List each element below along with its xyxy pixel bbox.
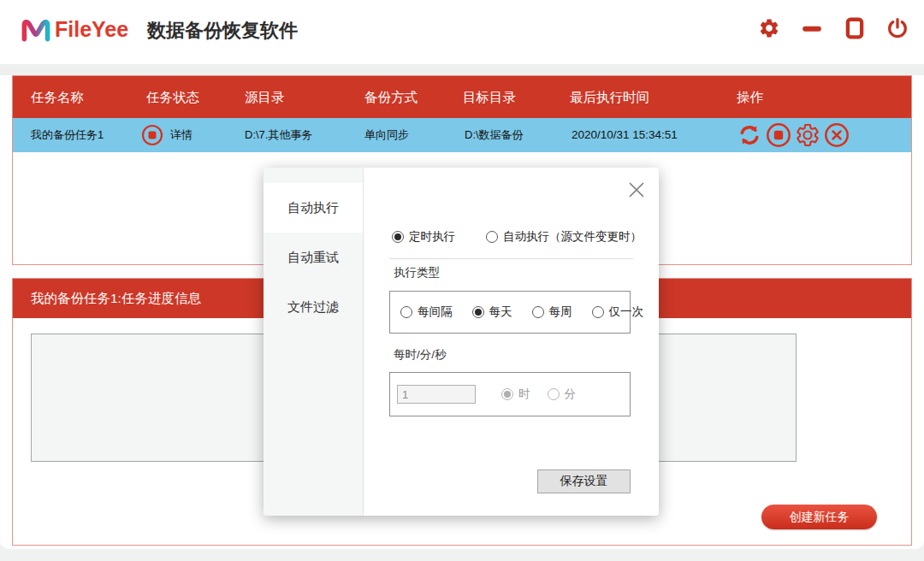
stop-task-icon[interactable] xyxy=(766,122,791,148)
cell-status-detail[interactable]: 详情 xyxy=(170,118,192,152)
col-source-dir: 源目录 xyxy=(245,76,285,118)
schedule-radio-group: 定时执行 自动执行（源文件变更时） xyxy=(392,229,642,245)
radio-interval[interactable]: 每间隔 xyxy=(400,304,453,320)
radio-interval-icon xyxy=(400,306,412,318)
cell-target-dir: D:\数据备份 xyxy=(465,118,524,152)
status-stop-icon[interactable] xyxy=(141,124,163,146)
brand-name: FileYee xyxy=(55,17,128,42)
dialog-content: 定时执行 自动执行（源文件变更时） 执行类型 每间隔 每天 xyxy=(364,168,659,516)
col-task-name: 任务名称 xyxy=(31,76,84,118)
col-target-dir: 目标目录 xyxy=(463,76,516,118)
radio-timed-run-icon xyxy=(392,231,404,243)
minimize-icon[interactable] xyxy=(801,17,823,39)
tab-file-filter[interactable]: 文件过滤 xyxy=(264,282,363,332)
radio-hour-icon xyxy=(501,388,513,400)
row-actions xyxy=(737,122,850,148)
create-task-button[interactable]: 创建新任务 xyxy=(761,505,877,529)
maximize-icon[interactable] xyxy=(844,17,866,39)
radio-auto-on-change-label: 自动执行（源文件变更时） xyxy=(503,229,642,245)
fileyee-logo-icon xyxy=(19,14,53,48)
radio-hour[interactable]: 时 xyxy=(501,387,530,402)
radio-timed-run[interactable]: 定时执行 xyxy=(392,229,455,245)
settings-icon[interactable] xyxy=(758,17,780,39)
table-row[interactable]: 我的备份任务1 详情 D:\7.其他事务 单向同步 D:\数据备份 2020/1… xyxy=(13,118,911,152)
col-actions: 操作 xyxy=(737,76,763,118)
radio-interval-label: 每间隔 xyxy=(418,304,453,320)
cell-source-dir: D:\7.其他事务 xyxy=(245,118,312,152)
cell-backup-mode: 单向同步 xyxy=(364,118,409,152)
time-label: 每时/分/秒 xyxy=(394,347,447,363)
title-bar: FileYee 数据备份恢复软件 xyxy=(0,0,924,64)
radio-once[interactable]: 仅一次 xyxy=(592,304,644,320)
radio-daily[interactable]: 每天 xyxy=(472,304,512,320)
close-app-icon[interactable] xyxy=(886,17,909,39)
app-window: FileYee 数据备份恢复软件 任务名称 任务状态 源目录 备份方式 目 xyxy=(0,0,924,549)
radio-weekly-icon xyxy=(532,306,544,318)
radio-weekly[interactable]: 每周 xyxy=(532,304,572,320)
radio-daily-icon xyxy=(472,306,484,318)
radio-minute-icon xyxy=(548,388,560,400)
tab-auto-run[interactable]: 自动执行 xyxy=(264,183,363,233)
type-label: 执行类型 xyxy=(394,265,440,280)
radio-minute[interactable]: 分 xyxy=(548,387,577,402)
dialog-tabs: 自动执行 自动重试 文件过滤 xyxy=(264,168,364,516)
sync-icon[interactable] xyxy=(737,122,762,148)
radio-auto-on-change-icon xyxy=(486,231,498,243)
col-last-run: 最后执行时间 xyxy=(570,76,649,118)
save-settings-button[interactable]: 保存设置 xyxy=(537,469,631,493)
run-type-group: 每间隔 每天 每周 仅一次 xyxy=(389,291,631,334)
auto-run-dialog: 自动执行 自动重试 文件过滤 定时执行 自动执行（源文件变更时） 执行类型 xyxy=(264,168,659,516)
divider xyxy=(389,258,633,259)
radio-minute-label: 分 xyxy=(565,387,577,402)
table-header: 任务名称 任务状态 源目录 备份方式 目标目录 最后执行时间 操作 xyxy=(13,76,911,118)
app-title: 数据备份恢复软件 xyxy=(147,18,298,44)
radio-once-icon xyxy=(592,306,604,318)
tab-auto-retry[interactable]: 自动重试 xyxy=(264,233,363,282)
radio-once-label: 仅一次 xyxy=(609,304,644,320)
col-task-status: 任务状态 xyxy=(146,76,199,118)
col-backup-mode: 备份方式 xyxy=(364,76,418,118)
cell-last-run: 2020/10/31 15:34:51 xyxy=(572,118,678,152)
radio-timed-run-label: 定时执行 xyxy=(409,229,455,245)
time-value-input[interactable] xyxy=(397,385,476,404)
cell-task-name: 我的备份任务1 xyxy=(31,118,104,152)
radio-weekly-label: 每周 xyxy=(549,304,572,320)
window-controls xyxy=(758,17,909,39)
radio-daily-label: 每天 xyxy=(489,304,512,320)
header-divider xyxy=(0,64,924,75)
radio-auto-on-change[interactable]: 自动执行（源文件变更时） xyxy=(486,229,642,245)
task-settings-icon[interactable] xyxy=(795,122,820,148)
delete-task-icon[interactable] xyxy=(824,122,850,148)
radio-hour-label: 时 xyxy=(518,387,530,402)
time-value-group: 时 分 xyxy=(389,372,631,416)
